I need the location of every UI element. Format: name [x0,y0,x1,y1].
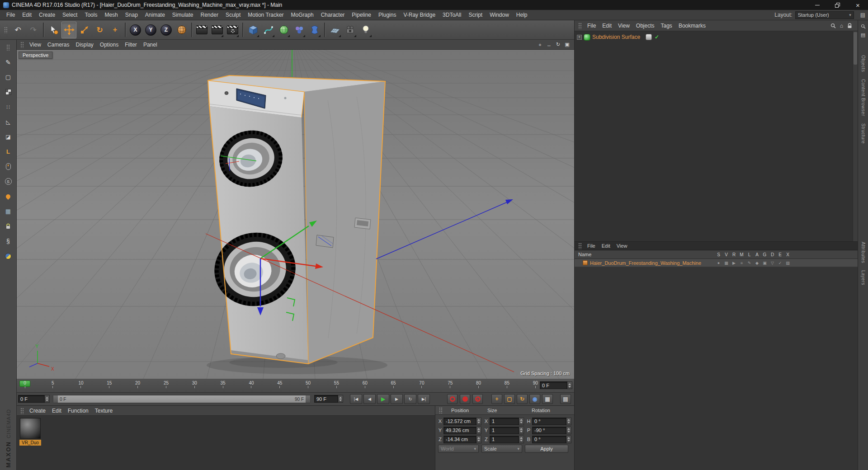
lock-y-axis-button[interactable]: Y [143,22,158,38]
column-header[interactable]: V [722,250,730,258]
live-selection-button[interactable] [46,22,61,38]
redo-button[interactable]: ↷ [26,22,41,38]
add-generator-button[interactable] [276,22,291,38]
rotate-view-icon[interactable]: ↻ [554,41,562,48]
play-mode-button[interactable]: ↻ [404,394,416,404]
lock-icon[interactable] [847,23,852,28]
apply-button[interactable]: Apply [525,445,568,453]
interface-panel-icon[interactable]: ▤ [860,12,865,18]
column-header[interactable]: A [753,250,761,258]
material-grip[interactable] [20,408,24,414]
menu-item[interactable]: Objects [633,22,658,29]
last-tool-button[interactable]: + [108,22,123,38]
search-icon[interactable] [859,23,867,30]
range-start-field[interactable]: 0 F [18,395,45,403]
goto-end-button[interactable]: ▶| [418,394,430,404]
range-end-field[interactable]: 90 F [314,395,338,403]
menu-item[interactable]: File [3,11,19,19]
menu-item[interactable]: Render [197,11,222,19]
current-frame-field[interactable]: 0 F [540,381,567,389]
range-start-handle[interactable] [53,395,58,403]
deformers-toggle[interactable]: ▽ [769,261,776,265]
washing-machine-model[interactable] [208,75,385,364]
coordinate-grip[interactable] [439,407,443,414]
viewport-grip[interactable] [20,42,24,48]
menu-item[interactable]: Pipeline [348,11,375,19]
make-editable-button[interactable]: ✎ [2,56,14,68]
texture-mode-button[interactable] [2,86,14,98]
autokey-button[interactable] [460,394,470,404]
size-y-field[interactable]: 1 [490,427,519,434]
animation-toggle[interactable]: ◆ [753,261,761,265]
expressions-toggle[interactable]: ✓ [776,261,784,265]
menu-item[interactable]: Help [513,11,531,19]
record-keyframe-button[interactable] [447,394,458,404]
enable-axis-button[interactable]: L [2,146,14,157]
toolbar-grip[interactable] [4,27,8,33]
add-primitive-button[interactable] [245,22,260,38]
layer-row[interactable]: Haier_DuoDrum_Freestanding_Washing_Machi… [575,259,858,267]
enable-snap-button[interactable]: S [2,176,14,187]
menu-item[interactable]: Display [72,41,96,48]
column-header[interactable]: L [745,250,753,258]
menu-item[interactable]: 3DToAll [439,11,465,19]
menu-item[interactable]: Tools [81,11,101,19]
workplane-button[interactable]: ▦ [2,206,14,217]
add-mograph-button[interactable] [292,22,307,38]
close-button[interactable]: × [848,0,868,10]
undo-button[interactable]: ↶ [10,22,25,38]
menu-item[interactable]: Select [59,11,81,19]
play-button[interactable]: ▶ [377,394,389,404]
timeline-options-button[interactable]: ▤ [560,394,571,404]
object-row[interactable]: + Subdivision Surface ✓ [577,33,663,41]
add-deformer-button[interactable] [307,22,322,38]
python-button[interactable] [2,250,14,262]
frame-spinner[interactable] [567,381,572,389]
preview-range-slider[interactable]: 0 F 90 F [53,395,311,403]
range-end-handle[interactable] [306,395,310,403]
object-name[interactable]: Subdivision Surface [592,34,640,40]
key-position-button[interactable]: + [491,394,502,404]
lock-toggle[interactable]: ✎ [745,261,753,265]
generators-toggle[interactable]: ▣ [761,261,769,265]
spinner[interactable] [566,418,571,425]
object-tree[interactable]: + Subdivision Surface ✓ [575,31,858,241]
column-header[interactable]: R [730,250,738,258]
object-manager-grip[interactable] [578,23,582,29]
view-toggle[interactable]: ▦ [722,261,730,265]
menu-item[interactable]: Function [65,407,92,414]
scale-tool-button[interactable] [77,22,92,38]
key-scale-button[interactable]: ▢ [504,394,515,404]
spinner[interactable] [519,418,524,425]
column-header[interactable]: S [715,250,722,258]
spinner[interactable] [476,427,481,434]
menu-item[interactable]: Filter [122,41,140,48]
position-z-field[interactable]: -14.34 cm [443,436,476,443]
timeline-ruler[interactable]: 051015202530354045505560657075808590 0 F [17,379,574,393]
column-header[interactable]: G [761,250,769,258]
menu-item[interactable]: View [26,41,44,48]
keyframe-selection-button[interactable] [472,394,483,404]
spinner[interactable] [566,427,571,434]
menu-item[interactable]: Window [486,11,513,19]
goto-start-button[interactable]: |◀ [350,394,362,404]
lock-workplane-button[interactable] [2,221,14,232]
rotate-tool-button[interactable]: ↻ [92,22,107,38]
menu-item[interactable]: Sculpt [222,11,244,19]
menu-item[interactable]: Options [97,41,122,48]
rotation-p-field[interactable]: -90 ° [532,427,566,434]
menu-item[interactable]: Motion Tracker [244,11,287,19]
add-environment-button[interactable] [327,22,342,38]
add-light-button[interactable] [358,22,373,38]
expand-icon[interactable]: + [577,35,582,40]
menu-item[interactable]: File [584,22,599,29]
edges-mode-button[interactable]: ◺ [2,116,14,127]
render-toggle[interactable]: ▶ [730,261,738,265]
titlebar[interactable]: CINEMA 4D R17.016 Studio (R17) - [Haier_… [0,0,868,10]
enabled-check-icon[interactable]: ✓ [654,34,660,40]
menu-item[interactable]: Edit [19,11,35,19]
size-z-field[interactable]: 1 [490,436,519,443]
range-start-spinner[interactable] [45,395,50,403]
size-x-field[interactable]: 1 [490,418,519,425]
zoom-view-icon[interactable]: ↔ [545,41,553,48]
